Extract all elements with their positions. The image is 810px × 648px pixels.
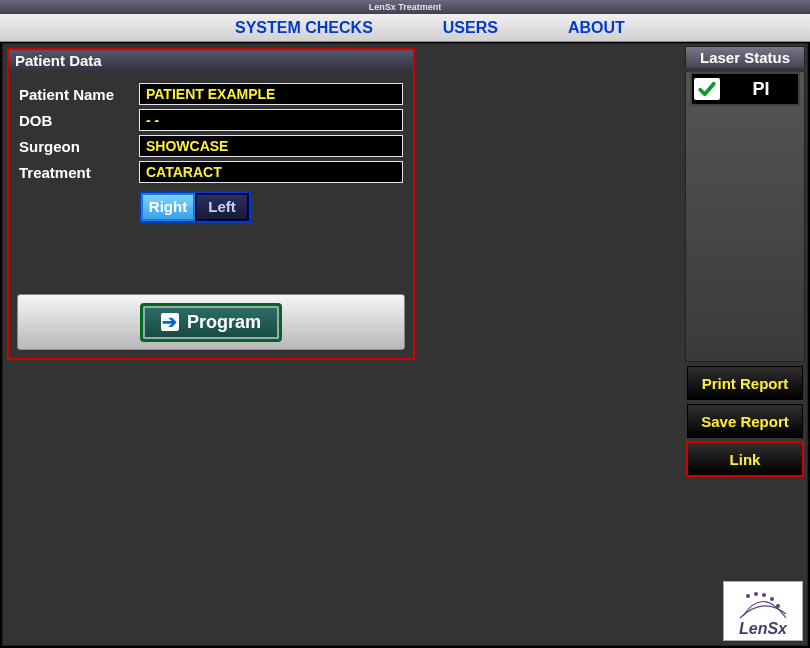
svg-point-3 — [770, 597, 774, 601]
svg-point-0 — [746, 594, 750, 598]
field-dob[interactable]: - - — [139, 109, 403, 131]
window-titlebar: LenSx Treatment — [0, 0, 810, 14]
field-treatment[interactable]: CATARACT — [139, 161, 403, 183]
patient-data-panel: Patient Data Patient Name PATIENT EXAMPL… — [7, 48, 415, 360]
field-surgeon[interactable]: SHOWCASE — [139, 135, 403, 157]
program-bar: ➔ Program — [17, 294, 405, 350]
svg-point-1 — [754, 592, 758, 596]
eye-selector: Right Left — [139, 191, 251, 223]
eye-right-button[interactable]: Right — [141, 193, 195, 221]
workspace: Patient Data Patient Name PATIENT EXAMPL… — [2, 43, 808, 646]
svg-point-2 — [762, 593, 766, 597]
link-button[interactable]: Link — [687, 442, 803, 476]
label-surgeon: Surgeon — [19, 138, 139, 155]
laser-status-pi-row: PI — [690, 72, 800, 106]
laser-status-body: PI — [685, 72, 805, 362]
print-report-button[interactable]: Print Report — [687, 366, 803, 400]
label-treatment: Treatment — [19, 164, 139, 181]
menu-about[interactable]: ABOUT — [568, 19, 625, 37]
label-dob: DOB — [19, 112, 139, 129]
program-button-label: Program — [187, 312, 261, 333]
program-button[interactable]: ➔ Program — [140, 303, 282, 342]
label-patient-name: Patient Name — [19, 86, 139, 103]
right-column: Laser Status PI Print Report Save Report… — [685, 46, 805, 476]
eye-left-button[interactable]: Left — [195, 193, 249, 221]
menu-system-checks[interactable]: SYSTEM CHECKS — [235, 19, 373, 37]
menu-users[interactable]: USERS — [443, 19, 498, 37]
laser-status-pi-label: PI — [726, 79, 796, 100]
field-patient-name[interactable]: PATIENT EXAMPLE — [139, 83, 403, 105]
save-report-button[interactable]: Save Report — [687, 404, 803, 438]
arrow-right-icon: ➔ — [161, 313, 179, 331]
patient-data-title: Patient Data — [9, 50, 413, 71]
menubar: SYSTEM CHECKS USERS ABOUT — [0, 14, 810, 42]
lensx-logo: LenSx — [723, 581, 803, 641]
laser-status-title: Laser Status — [685, 46, 805, 68]
logo-swoosh-icon — [738, 588, 788, 622]
check-icon — [694, 78, 720, 100]
logo-text: LenSx — [739, 620, 787, 640]
